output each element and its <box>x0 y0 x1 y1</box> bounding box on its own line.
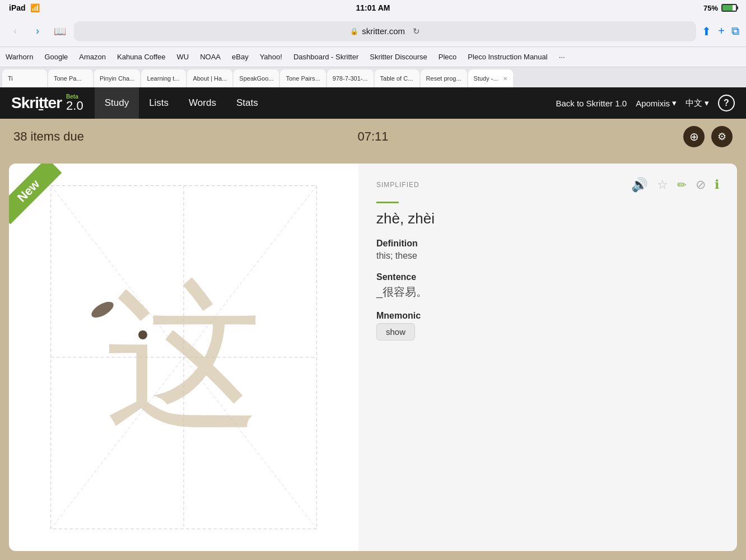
info-header-row: SIMPLIFIED 🔊 ☆ ✏ ⊘ ℹ <box>376 177 719 193</box>
forward-button[interactable]: › <box>29 23 46 40</box>
sentence-value: _很容易。 <box>376 284 719 300</box>
bookmarks-bar: Warhorn Google Amazon Kahuna Coffee WU N… <box>0 47 746 67</box>
logo-version: Beta 2.0 <box>66 94 83 112</box>
status-bar: iPad 📶 11:01 AM 75% <box>0 0 746 16</box>
edit-button[interactable]: ✏ <box>677 178 687 192</box>
address-bar[interactable]: 🔒 skritter.com ↻ <box>74 21 696 41</box>
tab-978[interactable]: 978-7-301-... <box>327 69 374 87</box>
tab-tone-pairs2[interactable]: Tone Pairs... <box>280 69 325 87</box>
bookmark-discourse[interactable]: Skritter Discourse <box>370 53 427 61</box>
settings-icon: ⚙ <box>717 130 726 143</box>
nav-study[interactable]: Study <box>95 87 139 119</box>
username-label: Apomixis <box>636 99 670 108</box>
definition-value: this; these <box>376 251 719 261</box>
tab-ti[interactable]: Ti <box>2 69 47 87</box>
battery-label: 75% <box>703 4 718 12</box>
add-item-button[interactable]: ⊕ <box>683 126 705 147</box>
browser-actions: ⬆ + ⧉ <box>702 25 739 38</box>
audio-button[interactable]: 🔊 <box>631 177 648 193</box>
star-button[interactable]: ☆ <box>657 178 668 192</box>
device-label: iPad <box>9 3 26 12</box>
battery-indicator <box>721 4 737 12</box>
logo-text: Skritter <box>11 94 62 112</box>
stroke-shape <box>86 287 153 334</box>
add-icon: ⊕ <box>689 130 699 143</box>
mnemonic-label: Mnemonic <box>376 311 719 321</box>
lock-icon: 🔒 <box>350 27 358 35</box>
tab-tone-pairs[interactable]: Tone Pa... <box>48 69 93 87</box>
word-type-label: SIMPLIFIED <box>376 181 419 189</box>
nav-words[interactable]: Words <box>179 87 226 119</box>
info-panel: SIMPLIFIED 🔊 ☆ ✏ ⊘ ℹ zhè, zhèi Definitio… <box>358 164 737 551</box>
bookmark-warhorn[interactable]: Warhorn <box>6 53 33 61</box>
nav-links: Study Lists Words Stats <box>95 87 268 119</box>
language-button[interactable]: 中文 ▾ <box>686 98 709 109</box>
tab-table[interactable]: Table of C... <box>375 69 419 87</box>
browser-toolbar: ‹ › 📖 🔒 skritter.com ↻ ⬆ + ⧉ <box>0 16 746 47</box>
bookmarks-button[interactable]: 📖 <box>52 23 68 40</box>
back-to-v1-button[interactable]: Back to Skritter 1.0 <box>556 99 627 108</box>
new-badge-label: New <box>9 164 62 224</box>
study-timer: 07:11 <box>357 129 388 144</box>
nav-lists[interactable]: Lists <box>139 87 179 119</box>
sentence-section: Sentence _很容易。 <box>376 272 719 300</box>
nav-stats[interactable]: Stats <box>226 87 268 119</box>
word-actions: 🔊 ☆ ✏ ⊘ ℹ <box>631 177 719 193</box>
study-content: New 这 <box>0 155 746 560</box>
user-menu-button[interactable]: Apomixis ▾ <box>636 98 677 108</box>
tab-close-icon[interactable]: ✕ <box>503 76 507 82</box>
definition-label: Definition <box>376 239 719 249</box>
bookmark-amazon[interactable]: Amazon <box>79 53 106 61</box>
bookmark-more[interactable]: ··· <box>559 53 565 61</box>
url-display: skritter.com <box>362 26 405 36</box>
bookmark-kahuna[interactable]: Kahuna Coffee <box>117 53 166 61</box>
tab-study[interactable]: Study -... ✕ <box>468 69 513 87</box>
bookmark-pleco-manual[interactable]: Pleco Instruction Manual <box>468 53 547 61</box>
user-chevron-icon: ▾ <box>672 98 677 108</box>
share-button[interactable]: ⬆ <box>702 25 711 38</box>
tab-reset[interactable]: Reset prog... <box>421 69 467 87</box>
settings-button[interactable]: ⚙ <box>711 126 733 147</box>
lang-label: 中文 <box>686 98 702 109</box>
tab-speakgood[interactable]: SpeakGoo... <box>234 69 279 87</box>
study-header: 38 items due 07:11 ⊕ ⚙ <box>0 119 746 155</box>
ban-button[interactable]: ⊘ <box>696 178 706 192</box>
app-logo: Skritter Beta 2.0 <box>11 94 83 112</box>
show-mnemonic-button[interactable]: show <box>376 323 415 340</box>
back-button[interactable]: ‹ <box>7 23 24 40</box>
pinyin-divider <box>376 202 399 203</box>
sentence-label: Sentence <box>376 272 719 282</box>
drawing-panel[interactable]: New 这 <box>9 164 358 551</box>
bookmark-dashboard[interactable]: Dashboard - Skritter <box>293 53 358 61</box>
tab-pinyin[interactable]: Pinyin Cha... <box>94 69 140 87</box>
info-button[interactable]: ℹ <box>715 178 719 192</box>
tab-switcher-button[interactable]: ⧉ <box>731 25 739 38</box>
nav-right: Back to Skritter 1.0 Apomixis ▾ 中文 ▾ ? <box>556 95 735 111</box>
bookmark-wu[interactable]: WU <box>177 53 189 61</box>
reload-button[interactable]: ↻ <box>413 26 420 36</box>
svg-point-5 <box>89 299 116 321</box>
app-navbar: Skritter Beta 2.0 Study Lists Words Stat… <box>0 87 746 119</box>
version-number: 2.0 <box>66 100 83 112</box>
mnemonic-section: Mnemonic show <box>376 311 719 340</box>
tab-about[interactable]: About | Ha... <box>187 69 232 87</box>
bookmark-ebay[interactable]: eBay <box>232 53 249 61</box>
bookmark-yahoo[interactable]: Yahoo! <box>260 53 282 61</box>
study-header-actions: ⊕ ⚙ <box>683 126 733 147</box>
bookmark-google[interactable]: Google <box>44 53 68 61</box>
new-tab-button[interactable]: + <box>718 25 725 38</box>
help-button[interactable]: ? <box>718 95 735 111</box>
new-badge: New <box>9 164 76 231</box>
definition-section: Definition this; these <box>376 239 719 261</box>
bookmark-pleco[interactable]: Pleco <box>439 53 457 61</box>
lang-chevron-icon: ▾ <box>705 98 709 108</box>
tab-learning[interactable]: Learning t... <box>141 69 186 87</box>
tabs-bar: Ti Tone Pa... Pinyin Cha... Learning t..… <box>0 67 746 87</box>
pinyin-display: zhè, zhèi <box>376 210 719 227</box>
wifi-icon: 📶 <box>30 3 40 12</box>
time-display: 11:01 AM <box>356 3 390 12</box>
items-due-label: 38 items due <box>13 129 84 144</box>
stroke-dot <box>138 330 147 339</box>
bookmark-noaa[interactable]: NOAA <box>200 53 221 61</box>
